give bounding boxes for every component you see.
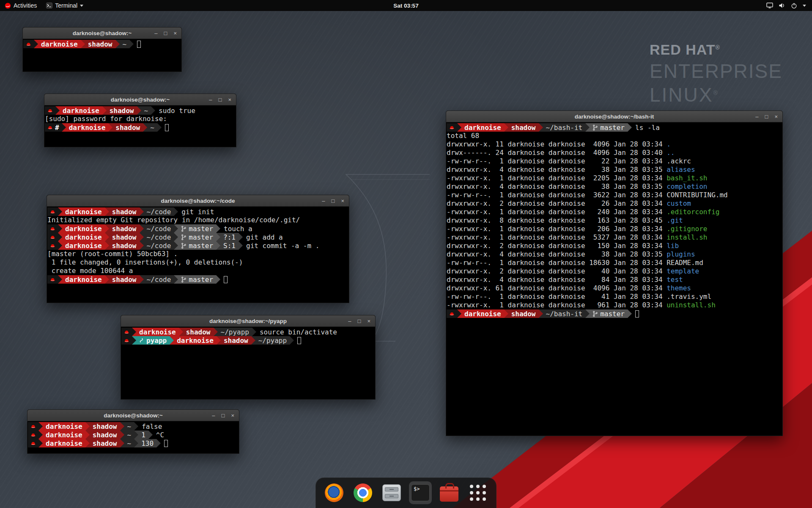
powerline-arrow — [140, 207, 144, 216]
dock-item-terminal[interactable]: $> — [409, 481, 432, 504]
terminal-content[interactable]: darknoiseshadow~falsedarknoiseshadow~1^C… — [27, 421, 239, 447]
terminal-content[interactable]: darknoiseshadow~/bash-itmasterls -latota… — [446, 122, 782, 318]
maximize-button[interactable]: □ — [358, 318, 361, 324]
window-titlebar[interactable]: darknoise@shadow:~/pyapp – □ × — [121, 315, 375, 327]
powerline-arrow — [628, 309, 632, 318]
dock-item-files[interactable] — [380, 481, 403, 504]
powerline-arrow — [170, 336, 174, 345]
maximize-button[interactable]: □ — [332, 198, 335, 204]
minimize-button[interactable]: – — [322, 198, 325, 204]
user-segment: darknoise — [461, 123, 504, 132]
terminal-app-icon — [46, 3, 52, 8]
red-hat-icon — [47, 108, 53, 113]
window-titlebar[interactable]: darknoise@shadow:~/code – □ × — [47, 195, 349, 207]
hat-segment — [47, 233, 58, 241]
dock-item-app-grid[interactable] — [466, 481, 489, 504]
close-button[interactable]: × — [173, 30, 177, 36]
terminal-output-line: create mode 100644 a — [47, 267, 349, 275]
activities-button[interactable]: Activities — [0, 0, 41, 11]
dock-item-software[interactable] — [438, 481, 461, 504]
host-segment: shadow — [90, 422, 120, 431]
red-hat-icon — [30, 441, 36, 446]
user-segment: darknoise — [66, 123, 109, 132]
file-attributes: drwx------. 24 darknoise darknoise 4096 … — [447, 149, 667, 157]
file-list-row: -rw-rw-r--. 1 darknoise darknoise 3622 J… — [447, 191, 782, 199]
host-segment: shadow — [109, 233, 140, 241]
dock-item-firefox[interactable] — [323, 481, 346, 504]
minimize-button[interactable]: – — [348, 318, 351, 324]
path-segment: ~/code — [144, 207, 174, 216]
hat-segment — [23, 40, 34, 48]
window-titlebar[interactable]: darknoise@shadow:~ – □ × — [44, 94, 236, 105]
activities-label: Activities — [14, 2, 37, 9]
maximize-button[interactable]: □ — [222, 413, 225, 418]
dock-item-chrome[interactable] — [351, 481, 374, 504]
close-button[interactable]: × — [341, 198, 344, 204]
powerline-arrow — [585, 123, 590, 132]
path-segment: ~ — [124, 431, 134, 439]
path-segment: ~/pyapp — [255, 336, 290, 345]
terminal-window-pyapp: darknoise@shadow:~/pyapp – □ × darknoise… — [121, 315, 376, 400]
file-list-row: -rwxrwxr-x. 1 darknoise darknoise 961 Ja… — [447, 301, 782, 309]
user-segment: darknoise — [43, 422, 85, 431]
maximize-button[interactable]: □ — [219, 97, 222, 102]
terminal-content[interactable]: darknoiseshadow~sudo true[sudo] password… — [44, 105, 236, 132]
brand-line-linux: LINUX® — [650, 83, 782, 106]
window-titlebar[interactable]: darknoise@shadow:~ – □ × — [27, 410, 239, 421]
file-attributes: drwxrwxr-x. 2 darknoise darknoise 26 Jan… — [447, 199, 667, 207]
brand-line-enterprise: ENTERPRISE — [650, 60, 782, 83]
file-list-row: drwxrwxr-x. 2 darknoise darknoise 40 Jan… — [447, 267, 782, 276]
file-name: .travis.yml — [667, 293, 711, 301]
red-hat-icon — [30, 424, 36, 429]
host-segment: shadow — [109, 224, 140, 233]
powerline-arrow — [156, 439, 161, 447]
window-titlebar[interactable]: darknoise@shadow:~ – □ × — [23, 28, 181, 39]
powerline-arrow — [58, 233, 62, 241]
powerline-arrow — [174, 241, 178, 250]
command-text: ls -la — [632, 124, 660, 132]
terminal-cursor — [297, 337, 301, 344]
powerline-arrow — [457, 309, 461, 318]
powerline-arrow — [174, 275, 178, 284]
user-segment: darknoise — [136, 328, 179, 336]
user-segment: darknoise — [43, 431, 85, 439]
close-button[interactable]: × — [228, 97, 231, 102]
file-list-row: drwxrwxr-x. 4 darknoise darknoise 38 Jan… — [447, 166, 782, 174]
minimize-button[interactable]: – — [755, 114, 758, 119]
clock[interactable]: Sat 03:57 — [393, 3, 418, 9]
registered-mark: ® — [716, 44, 720, 51]
file-list-row: drwxrwxr-x. 61 darknoise darknoise 4096 … — [447, 284, 782, 293]
terminal-content[interactable]: darknoiseshadow~/pyappsource bin/activat… — [121, 327, 375, 345]
powerline-arrow — [108, 123, 112, 132]
powerline-arrow — [504, 309, 508, 318]
hat-segment — [28, 431, 38, 439]
file-attributes: drwxrwxr-x. 4 darknoise darknoise 38 Jan… — [447, 166, 667, 174]
close-button[interactable]: × — [367, 318, 370, 324]
minimize-button[interactable]: – — [212, 413, 215, 418]
powerline-arrow — [504, 123, 508, 132]
red-hat-icon — [50, 235, 55, 240]
minimize-button[interactable]: – — [209, 97, 212, 102]
window-titlebar[interactable]: darknoise@shadow:~/bash-it – □ × — [446, 111, 782, 122]
maximize-button[interactable]: □ — [765, 114, 768, 119]
host-segment: shadow — [112, 123, 143, 132]
powerline-arrow — [239, 233, 243, 241]
terminal-window-home-2: darknoise@shadow:~ – □ × darknoiseshadow… — [27, 409, 239, 454]
powerline-arrow — [34, 40, 38, 48]
terminal-content[interactable]: darknoiseshadow~ — [23, 39, 181, 48]
powerline-arrow — [105, 224, 109, 233]
host-segment: shadow — [109, 275, 140, 284]
user-segment: darknoise — [62, 224, 105, 233]
app-menu-terminal[interactable]: Terminal — [41, 0, 88, 11]
powerline-arrow — [132, 336, 136, 345]
minimize-button[interactable]: – — [154, 30, 157, 36]
red-hat-logo-icon — [5, 3, 11, 9]
close-button[interactable]: × — [774, 114, 778, 119]
maximize-button[interactable]: □ — [164, 30, 167, 36]
system-status-area[interactable] — [760, 0, 812, 11]
file-attributes: drwxrwxr-x. 2 darknoise darknoise 40 Jan… — [447, 267, 667, 275]
terminal-content[interactable]: darknoiseshadow~/codegit initInitialized… — [47, 207, 349, 284]
close-button[interactable]: × — [231, 413, 234, 418]
window-controls: – □ × — [212, 413, 239, 418]
file-list-row: -rwxrwxr-x. 1 darknoise darknoise 206 Ja… — [447, 225, 782, 233]
